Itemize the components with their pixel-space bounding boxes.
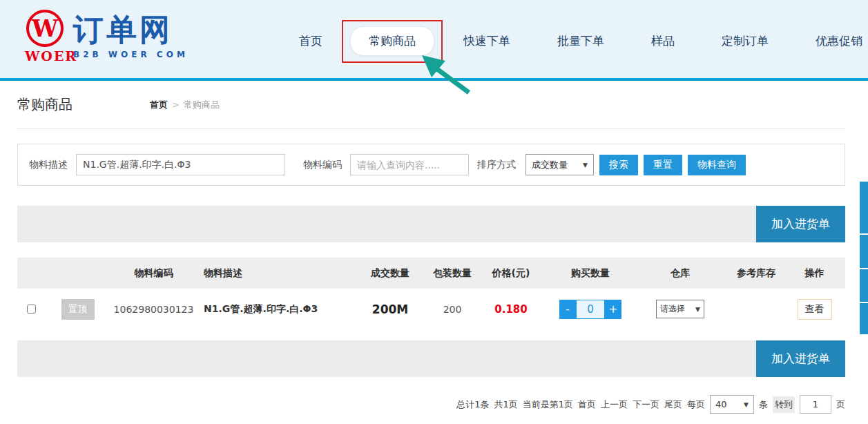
pin-to-top-button[interactable]: 置顶 — [61, 299, 95, 320]
warehouse-select[interactable]: 请选择 ▼ — [656, 300, 704, 318]
material-query-button[interactable]: 物料查询 — [688, 155, 746, 175]
nav-item-samples[interactable]: 样品 — [651, 33, 675, 49]
site-subtitle: B2B WOER COM — [73, 50, 189, 59]
breadcrumb: 首页 > 常购商品 — [150, 99, 220, 111]
breadcrumb-current: 常购商品 — [184, 99, 220, 111]
floating-sidebar — [860, 182, 868, 334]
action-bar-spacer — [17, 206, 756, 242]
per-page-select[interactable]: 40 ▼ — [710, 395, 754, 414]
chevron-down-icon: ▼ — [744, 401, 749, 408]
logo-letter: W — [32, 17, 58, 40]
header-deal-qty: 成交数量 — [349, 267, 432, 280]
pagination-first-link[interactable]: 首页 — [578, 398, 596, 411]
header-warehouse: 仓库 — [632, 267, 729, 280]
quantity-decrease-button[interactable]: - — [559, 300, 576, 319]
header-buy-qty: 购买数量 — [549, 267, 632, 280]
pagination-total: 总计1条 — [456, 398, 489, 411]
site-name: 订单网 — [73, 12, 189, 48]
material-desc-input[interactable] — [76, 154, 285, 175]
header-operation: 操作 — [784, 267, 845, 280]
cell-price: 0.180 — [473, 303, 549, 316]
cell-material-code: 1062980030123 — [110, 304, 197, 315]
nav-item-batch-order[interactable]: 批量下单 — [557, 33, 604, 49]
site-header: W WOER 订单网 B2B WOER COM 首页 常购商品 快速下单 批量下… — [0, 0, 868, 81]
quantity-stepper: - 0 + — [559, 300, 621, 319]
main-nav: 首页 常购商品 快速下单 批量下单 样品 定制订单 优惠促销 — [299, 26, 862, 56]
add-to-purchase-order-button-bottom[interactable]: 加入进货单 — [756, 340, 845, 377]
nav-item-custom-order[interactable]: 定制订单 — [722, 33, 769, 49]
nav-item-home[interactable]: 首页 — [299, 33, 322, 49]
logo-word: WOER — [25, 48, 65, 64]
material-code-label: 物料编码 — [303, 159, 342, 171]
quantity-value[interactable]: 0 — [576, 300, 605, 319]
pagination-bar: 总计1条 共1页 当前是第1页 首页 上一页 下一页 尾页 每页 40 ▼ 条 … — [17, 395, 845, 414]
cell-material-desc: N1.G管.超薄.印字.白.Φ3 — [197, 303, 349, 316]
material-code-input[interactable] — [350, 154, 469, 175]
per-page-value: 40 — [715, 399, 727, 409]
pagination-current: 当前是第1页 — [523, 398, 573, 411]
floating-sidebar-tab[interactable] — [860, 235, 868, 268]
sort-by-value: 成交数量 — [532, 159, 568, 171]
header-pack-qty: 包装数量 — [432, 267, 473, 280]
breadcrumb-separator: > — [172, 99, 180, 110]
breadcrumb-home-link[interactable]: 首页 — [150, 99, 168, 111]
view-button[interactable]: 查看 — [798, 299, 832, 320]
pagination-last-link[interactable]: 尾页 — [664, 398, 682, 411]
add-to-purchase-order-button-top[interactable]: 加入进货单 — [756, 206, 845, 242]
cell-deal-qty: 200M — [349, 302, 432, 316]
logo-circle-icon: W — [26, 10, 64, 47]
bottom-action-bar: 加入进货单 — [17, 340, 845, 377]
pagination-prev-link[interactable]: 上一页 — [601, 398, 628, 411]
floating-sidebar-tab[interactable] — [860, 182, 868, 233]
goto-page-input[interactable] — [800, 395, 831, 414]
quantity-increase-button[interactable]: + — [605, 300, 621, 319]
warehouse-value: 请选择 — [660, 303, 685, 315]
reset-button[interactable]: 重置 — [644, 155, 682, 175]
pagination-next-link[interactable]: 下一页 — [633, 398, 659, 411]
per-page-label: 每页 — [687, 398, 705, 411]
brand-logo[interactable]: W WOER 订单网 B2B WOER COM — [25, 8, 189, 64]
goto-page-label: 转到 — [773, 396, 795, 413]
cell-pack-qty: 200 — [432, 304, 473, 315]
material-desc-label: 物料描述 — [29, 159, 68, 171]
nav-item-quick-order[interactable]: 快速下单 — [463, 33, 510, 49]
sort-by-select[interactable]: 成交数量 ▼ — [525, 154, 594, 175]
woer-logo: W WOER — [25, 8, 65, 64]
sort-by-label: 排序方式 — [477, 159, 516, 171]
chevron-down-icon: ▼ — [695, 306, 700, 313]
floating-sidebar-tab[interactable] — [860, 269, 868, 302]
page-title-row: 常购商品 首页 > 常购商品 — [17, 81, 845, 129]
per-page-unit: 条 — [759, 398, 768, 411]
goto-page-unit: 页 — [836, 398, 845, 411]
row-checkbox[interactable] — [27, 305, 36, 314]
table-row: 置顶 1062980030123 N1.G管.超薄.印字.白.Φ3 200M 2… — [17, 289, 845, 329]
header-price: 价格(元) — [473, 267, 549, 280]
search-filter-panel: 物料描述 物料编码 排序方式 成交数量 ▼ 搜索 重置 物料查询 — [17, 144, 845, 186]
nav-item-promotions[interactable]: 优惠促销 — [816, 33, 862, 49]
top-action-bar: 加入进货单 — [17, 206, 845, 242]
pagination-pages: 共1页 — [494, 398, 517, 411]
nav-item-frequent-products[interactable]: 常购商品 — [350, 26, 434, 56]
action-bar-spacer — [17, 340, 756, 377]
header-material-desc: 物料描述 — [197, 267, 349, 280]
table-header-row: 物料编码 物料描述 成交数量 包装数量 价格(元) 购买数量 仓库 参考库存 操… — [17, 258, 845, 289]
chevron-down-icon: ▼ — [583, 162, 588, 168]
header-material-code: 物料编码 — [110, 267, 197, 280]
floating-sidebar-tab[interactable] — [860, 303, 868, 334]
nav-item-frequent-products-wrap: 常购商品 — [350, 26, 434, 56]
page-title: 常购商品 — [17, 95, 73, 114]
search-button[interactable]: 搜索 — [599, 155, 638, 175]
header-ref-stock: 参考库存 — [729, 267, 784, 280]
